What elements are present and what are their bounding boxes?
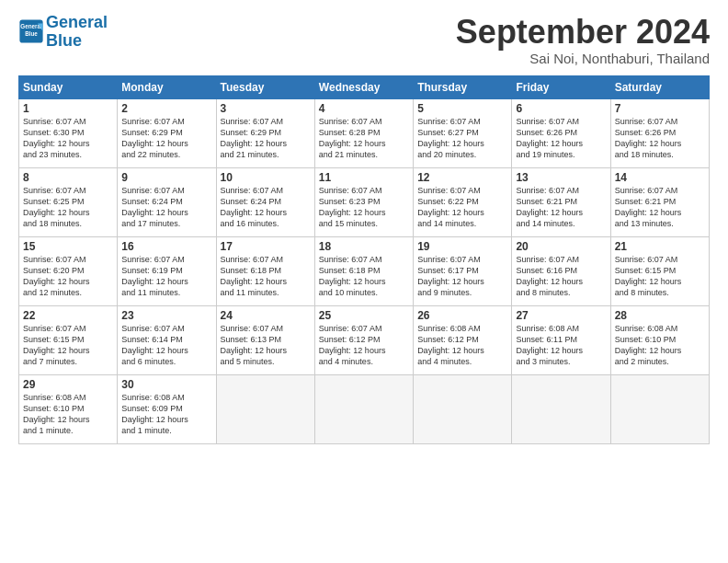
calendar-cell <box>414 374 512 443</box>
calendar-cell: 13Sunrise: 6:07 AM Sunset: 6:21 PM Dayli… <box>512 167 610 236</box>
calendar-cell: 9Sunrise: 6:07 AM Sunset: 6:24 PM Daylig… <box>118 167 216 236</box>
day-number: 9 <box>121 171 211 184</box>
day-number: 29 <box>23 378 113 391</box>
location: Sai Noi, Nonthaburi, Thailand <box>456 51 710 66</box>
logo: General Blue General Blue <box>18 14 108 51</box>
calendar-cell: 18Sunrise: 6:07 AM Sunset: 6:18 PM Dayli… <box>314 236 413 305</box>
calendar-cell: 29Sunrise: 6:08 AM Sunset: 6:10 PM Dayli… <box>19 374 118 443</box>
col-saturday: Saturday <box>610 75 709 98</box>
calendar-cell: 14Sunrise: 6:07 AM Sunset: 6:21 PM Dayli… <box>610 167 709 236</box>
day-number: 25 <box>319 309 409 322</box>
calendar-week-row: 29Sunrise: 6:08 AM Sunset: 6:10 PM Dayli… <box>19 374 710 443</box>
day-info: Sunrise: 6:07 AM Sunset: 6:24 PM Dayligh… <box>121 185 211 230</box>
col-tuesday: Tuesday <box>216 75 314 98</box>
day-number: 30 <box>121 378 211 391</box>
col-thursday: Thursday <box>414 75 512 98</box>
logo-icon: General Blue <box>18 18 44 44</box>
title-block: September 2024 Sai Noi, Nonthaburi, Thai… <box>456 14 710 66</box>
day-number: 11 <box>319 171 409 184</box>
calendar-cell: 3Sunrise: 6:07 AM Sunset: 6:29 PM Daylig… <box>216 98 314 167</box>
calendar-cell <box>216 374 314 443</box>
calendar-cell: 23Sunrise: 6:07 AM Sunset: 6:14 PM Dayli… <box>118 305 216 374</box>
day-info: Sunrise: 6:07 AM Sunset: 6:26 PM Dayligh… <box>516 116 606 161</box>
day-info: Sunrise: 6:07 AM Sunset: 6:23 PM Dayligh… <box>319 185 409 230</box>
day-info: Sunrise: 6:08 AM Sunset: 6:11 PM Dayligh… <box>516 323 606 368</box>
calendar-cell: 17Sunrise: 6:07 AM Sunset: 6:18 PM Dayli… <box>216 236 314 305</box>
day-number: 18 <box>319 240 409 253</box>
calendar-cell: 16Sunrise: 6:07 AM Sunset: 6:19 PM Dayli… <box>118 236 216 305</box>
day-info: Sunrise: 6:07 AM Sunset: 6:24 PM Dayligh… <box>221 185 311 230</box>
calendar-week-row: 22Sunrise: 6:07 AM Sunset: 6:15 PM Dayli… <box>19 305 710 374</box>
day-number: 24 <box>221 309 311 322</box>
calendar-body: 1Sunrise: 6:07 AM Sunset: 6:30 PM Daylig… <box>19 98 710 443</box>
day-number: 4 <box>319 102 409 115</box>
day-info: Sunrise: 6:07 AM Sunset: 6:15 PM Dayligh… <box>23 323 113 368</box>
day-number: 15 <box>23 240 113 253</box>
calendar-cell: 19Sunrise: 6:07 AM Sunset: 6:17 PM Dayli… <box>414 236 512 305</box>
page-container: General Blue General Blue September 2024… <box>0 0 728 454</box>
col-monday: Monday <box>118 75 216 98</box>
day-number: 7 <box>615 102 705 115</box>
svg-text:Blue: Blue <box>25 30 38 37</box>
calendar-cell: 21Sunrise: 6:07 AM Sunset: 6:15 PM Dayli… <box>610 236 709 305</box>
day-info: Sunrise: 6:08 AM Sunset: 6:12 PM Dayligh… <box>417 323 507 368</box>
calendar-cell: 5Sunrise: 6:07 AM Sunset: 6:27 PM Daylig… <box>414 98 512 167</box>
calendar-cell: 2Sunrise: 6:07 AM Sunset: 6:29 PM Daylig… <box>118 98 216 167</box>
month-title: September 2024 <box>456 14 710 51</box>
day-info: Sunrise: 6:07 AM Sunset: 6:16 PM Dayligh… <box>516 254 606 299</box>
day-info: Sunrise: 6:07 AM Sunset: 6:15 PM Dayligh… <box>615 254 705 299</box>
day-info: Sunrise: 6:08 AM Sunset: 6:10 PM Dayligh… <box>615 323 705 368</box>
calendar-cell: 12Sunrise: 6:07 AM Sunset: 6:22 PM Dayli… <box>414 167 512 236</box>
calendar-cell: 1Sunrise: 6:07 AM Sunset: 6:30 PM Daylig… <box>19 98 118 167</box>
calendar-cell: 27Sunrise: 6:08 AM Sunset: 6:11 PM Dayli… <box>512 305 610 374</box>
calendar-week-row: 15Sunrise: 6:07 AM Sunset: 6:20 PM Dayli… <box>19 236 710 305</box>
calendar-cell: 30Sunrise: 6:08 AM Sunset: 6:09 PM Dayli… <box>118 374 216 443</box>
day-info: Sunrise: 6:07 AM Sunset: 6:26 PM Dayligh… <box>615 116 705 161</box>
calendar-cell: 15Sunrise: 6:07 AM Sunset: 6:20 PM Dayli… <box>19 236 118 305</box>
calendar-cell: 20Sunrise: 6:07 AM Sunset: 6:16 PM Dayli… <box>512 236 610 305</box>
day-info: Sunrise: 6:07 AM Sunset: 6:17 PM Dayligh… <box>417 254 507 299</box>
day-info: Sunrise: 6:07 AM Sunset: 6:14 PM Dayligh… <box>121 323 211 368</box>
calendar-cell: 11Sunrise: 6:07 AM Sunset: 6:23 PM Dayli… <box>314 167 413 236</box>
day-number: 12 <box>417 171 507 184</box>
col-sunday: Sunday <box>19 75 118 98</box>
day-number: 6 <box>516 102 606 115</box>
calendar-cell <box>512 374 610 443</box>
calendar-cell: 24Sunrise: 6:07 AM Sunset: 6:13 PM Dayli… <box>216 305 314 374</box>
day-info: Sunrise: 6:07 AM Sunset: 6:21 PM Dayligh… <box>516 185 606 230</box>
day-number: 13 <box>516 171 606 184</box>
day-number: 1 <box>23 102 113 115</box>
calendar-cell: 25Sunrise: 6:07 AM Sunset: 6:12 PM Dayli… <box>314 305 413 374</box>
calendar-header-row: Sunday Monday Tuesday Wednesday Thursday… <box>19 75 710 98</box>
day-info: Sunrise: 6:07 AM Sunset: 6:28 PM Dayligh… <box>319 116 409 161</box>
day-number: 23 <box>121 309 211 322</box>
calendar-week-row: 8Sunrise: 6:07 AM Sunset: 6:25 PM Daylig… <box>19 167 710 236</box>
day-number: 14 <box>615 171 705 184</box>
day-info: Sunrise: 6:08 AM Sunset: 6:10 PM Dayligh… <box>23 392 113 437</box>
calendar-cell: 4Sunrise: 6:07 AM Sunset: 6:28 PM Daylig… <box>314 98 413 167</box>
day-number: 27 <box>516 309 606 322</box>
day-number: 2 <box>121 102 211 115</box>
calendar-cell: 10Sunrise: 6:07 AM Sunset: 6:24 PM Dayli… <box>216 167 314 236</box>
day-info: Sunrise: 6:07 AM Sunset: 6:18 PM Dayligh… <box>221 254 311 299</box>
day-info: Sunrise: 6:07 AM Sunset: 6:29 PM Dayligh… <box>121 116 211 161</box>
col-wednesday: Wednesday <box>314 75 413 98</box>
calendar-cell: 28Sunrise: 6:08 AM Sunset: 6:10 PM Dayli… <box>610 305 709 374</box>
calendar-cell <box>314 374 413 443</box>
day-info: Sunrise: 6:07 AM Sunset: 6:20 PM Dayligh… <box>23 254 113 299</box>
day-info: Sunrise: 6:07 AM Sunset: 6:13 PM Dayligh… <box>221 323 311 368</box>
calendar-cell: 7Sunrise: 6:07 AM Sunset: 6:26 PM Daylig… <box>610 98 709 167</box>
day-number: 8 <box>23 171 113 184</box>
day-number: 20 <box>516 240 606 253</box>
day-info: Sunrise: 6:07 AM Sunset: 6:21 PM Dayligh… <box>615 185 705 230</box>
calendar-week-row: 1Sunrise: 6:07 AM Sunset: 6:30 PM Daylig… <box>19 98 710 167</box>
calendar-cell: 26Sunrise: 6:08 AM Sunset: 6:12 PM Dayli… <box>414 305 512 374</box>
calendar-cell <box>610 374 709 443</box>
day-info: Sunrise: 6:07 AM Sunset: 6:19 PM Dayligh… <box>121 254 211 299</box>
calendar-cell: 8Sunrise: 6:07 AM Sunset: 6:25 PM Daylig… <box>19 167 118 236</box>
col-friday: Friday <box>512 75 610 98</box>
day-number: 26 <box>417 309 507 322</box>
day-number: 21 <box>615 240 705 253</box>
calendar-cell: 22Sunrise: 6:07 AM Sunset: 6:15 PM Dayli… <box>19 305 118 374</box>
calendar-table: Sunday Monday Tuesday Wednesday Thursday… <box>18 75 710 444</box>
